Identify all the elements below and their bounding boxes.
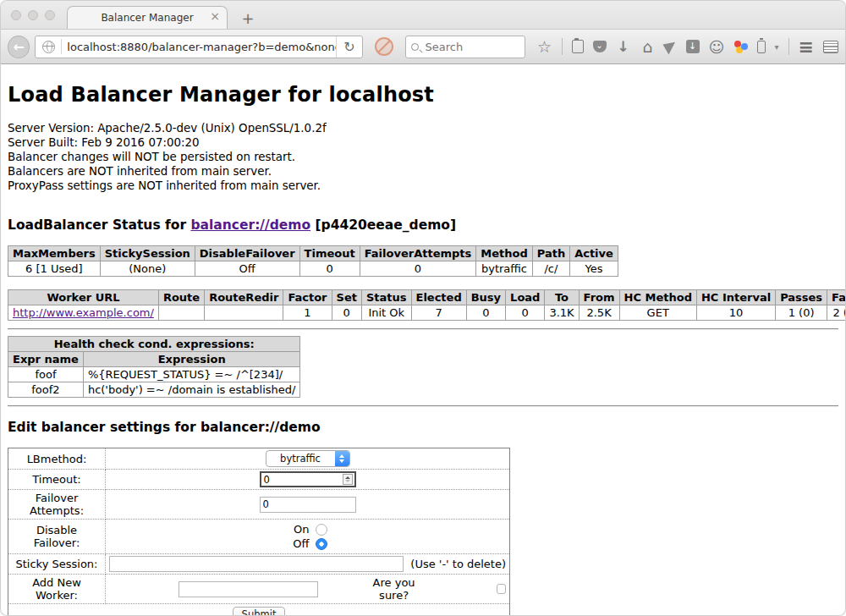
url-text[interactable]: localhost:8880/balancer-manager?b=demo&n…: [67, 41, 336, 53]
close-window-button[interactable]: [11, 10, 21, 20]
server-built-line: Server Built: Feb 9 2016 07:00:20: [8, 135, 838, 150]
lbmethod-select[interactable]: bytraffic: [266, 450, 350, 467]
page-content: Load Balancer Manager for localhost Serv…: [1, 64, 845, 615]
form-row-lbmethod: LBmethod: bytraffic: [8, 448, 510, 470]
col-stickysession: StickySession: [100, 246, 195, 261]
window-controls[interactable]: [11, 10, 55, 20]
browser-window: Balancer Manager × + ← localhost:8880/ba…: [1, 1, 845, 615]
col-path: Path: [532, 246, 569, 261]
col-maxmembers: MaxMembers: [8, 246, 101, 261]
add-worker-label: Add New Worker:: [8, 575, 106, 604]
menu-hamburger-icon[interactable]: ≡: [799, 36, 814, 58]
inherit-notice: Balancers are NOT inherited from main se…: [8, 164, 838, 179]
lbmethod-selected-value: bytraffic: [266, 453, 335, 465]
cell-route: [158, 305, 204, 321]
cell-expr-name: foof: [8, 367, 84, 382]
table-row: 6 [1 Used] (None) Off 0 0 bytraffic /c/ …: [8, 261, 618, 277]
reload-button[interactable]: ↻: [336, 36, 361, 58]
search-bar[interactable]: [405, 36, 525, 58]
col-expression: Expression: [83, 352, 300, 367]
timeout-input[interactable]: 0: [260, 471, 356, 487]
submit-button[interactable]: Submit: [233, 607, 286, 615]
back-button[interactable]: ←: [8, 36, 30, 58]
col-timeout: Timeout: [299, 246, 360, 261]
form-row-sticky: Sticky Session: (Use '-' to delete): [8, 554, 510, 575]
sticky-session-label: Sticky Session:: [8, 554, 106, 575]
disable-failover-off-radio[interactable]: [316, 538, 327, 550]
radio-off-label: Off: [288, 537, 310, 550]
cell-passes: 1 (0): [776, 305, 827, 321]
search-input[interactable]: [424, 40, 508, 54]
balancer-demo-link[interactable]: balancer://demo: [190, 217, 310, 233]
col-busy: Busy: [466, 290, 505, 305]
new-tab-button[interactable]: +: [238, 9, 258, 27]
tab-title: Balancer Manager: [101, 12, 193, 24]
toolbar-buttons: ☆ ⌄ ↓ ⌂ ↓ ☺ ▾ ≡: [537, 36, 838, 58]
col-routeredir: RouteRedir: [205, 290, 283, 305]
add-worker-input[interactable]: [179, 581, 318, 597]
browser-tab[interactable]: Balancer Manager ×: [67, 6, 228, 29]
colors-extension-icon[interactable]: [733, 40, 748, 54]
url-bar[interactable]: localhost:8880/balancer-manager?b=demo&n…: [35, 36, 362, 58]
disable-failover-on-radio[interactable]: [316, 524, 327, 536]
cell-factor: 1: [283, 305, 332, 321]
cell-disablefailover: Off: [195, 261, 299, 277]
reload-icon: ↻: [343, 39, 354, 55]
server-version-line: Server Version: Apache/2.5.0-dev (Unix) …: [8, 121, 838, 135]
cell-elected: 7: [411, 305, 466, 321]
proxypass-notice: ProxyPass settings are NOT inherited fro…: [8, 179, 838, 193]
worker-url-link[interactable]: http://www.example.com/: [13, 306, 154, 319]
tab-groups-icon[interactable]: [823, 41, 838, 53]
cell-active: Yes: [570, 261, 618, 277]
downloads-icon[interactable]: ↓: [616, 40, 631, 54]
failover-attempts-input[interactable]: [260, 497, 356, 513]
cell-from: 2.5K: [579, 305, 619, 321]
site-identity-globe-icon[interactable]: [42, 41, 55, 53]
search-icon: [411, 43, 419, 51]
chat-smiley-icon[interactable]: ☺: [709, 40, 724, 54]
col-status: Status: [361, 290, 411, 305]
select-stepper-icon: [335, 451, 349, 466]
form-row-submit: Submit: [8, 604, 510, 616]
send-tab-icon[interactable]: [662, 38, 678, 54]
healthcheck-table: Health check cond. expressions: Expr nam…: [8, 336, 300, 398]
cell-path: /c/: [532, 261, 569, 277]
cell-routeredir: [205, 305, 283, 321]
cell-hc-interval: 10: [696, 305, 775, 321]
sticky-session-hint: (Use '-' to delete): [410, 558, 506, 570]
chevron-down-icon[interactable]: ▾: [775, 42, 779, 52]
form-row-disable-failover: Disable Failover: On Off: [8, 520, 510, 554]
loadbalancer-status-heading: LoadBalancer Status for balancer://demo …: [8, 217, 838, 233]
cell-status: Init Ok: [361, 305, 411, 321]
home-icon[interactable]: ⌂: [640, 40, 656, 54]
worker-table: Worker URL Route RouteRedir Factor Set S…: [8, 289, 845, 321]
clipboard-icon[interactable]: [572, 40, 584, 53]
col-hc-method: HC Method: [619, 290, 696, 305]
tab-close-icon[interactable]: ×: [210, 10, 220, 22]
minimize-window-button[interactable]: [28, 10, 38, 20]
zoom-window-button[interactable]: [45, 10, 55, 20]
extension-download-icon[interactable]: ↓: [686, 40, 700, 53]
col-expr-name: Expr name: [8, 352, 84, 367]
divider: [8, 328, 838, 330]
navigation-toolbar: ← localhost:8880/balancer-manager?b=demo…: [1, 29, 845, 64]
col-factor: Factor: [283, 290, 332, 305]
are-you-sure-checkbox[interactable]: [497, 584, 506, 594]
content-blocked-icon[interactable]: [375, 37, 393, 56]
timeout-label: Timeout:: [8, 470, 106, 490]
table-row: http://www.example.com/ 1 0 Init Ok 7 0 …: [8, 305, 846, 321]
number-spinner-icon[interactable]: [343, 474, 353, 485]
col-active: Active: [570, 246, 618, 261]
server-info: Server Version: Apache/2.5.0-dev (Unix) …: [8, 121, 838, 193]
cell-fails: 2 (0): [827, 305, 845, 321]
bookmark-star-icon[interactable]: ☆: [537, 40, 552, 54]
table-header-row: MaxMembers StickySession DisableFailover…: [8, 246, 618, 261]
pocket-icon[interactable]: ⌄: [593, 41, 607, 52]
sticky-session-input[interactable]: [109, 556, 404, 572]
status-heading-prefix: LoadBalancer Status for: [8, 217, 190, 233]
cell-expr-name: foof2: [8, 382, 84, 398]
lbmethod-label: LBmethod:: [8, 448, 106, 470]
cell-hc-method: GET: [619, 305, 696, 321]
battery-extension-icon[interactable]: [757, 41, 766, 53]
radio-on-label: On: [288, 523, 310, 536]
